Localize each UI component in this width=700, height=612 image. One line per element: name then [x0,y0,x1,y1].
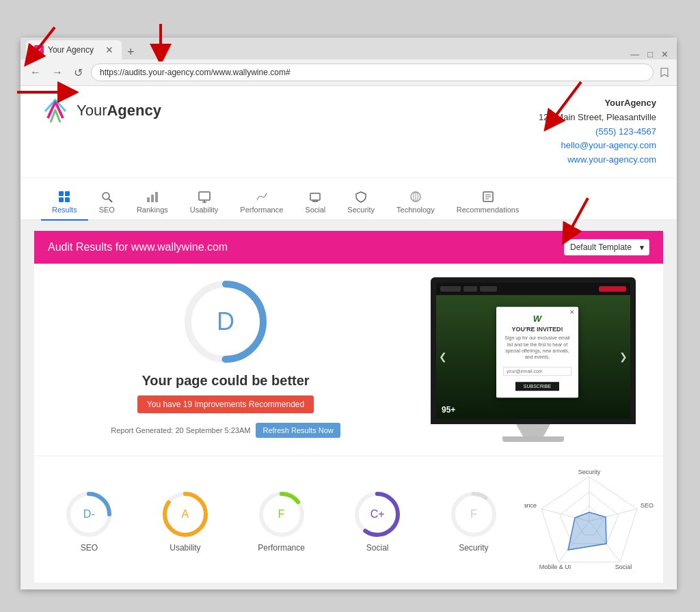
popup-logo: W [503,314,571,324]
social-circle: C+ [353,490,402,539]
tab-seo[interactable]: SEO [88,185,126,221]
recommendations-icon [482,191,494,203]
tab-usability-label: Usability [190,206,219,214]
performance-grade: F [278,508,285,520]
tab-security-label: Security [347,206,375,214]
results-icon [58,191,70,203]
seo-circle: D- [64,490,113,539]
usability-grade: A [182,508,189,520]
security-icon [355,191,367,203]
minimize-btn[interactable]: — [630,49,639,59]
grade-letter: D [217,307,234,336]
score-item-seo: D- SEO [41,490,137,553]
popup-close-icon: ✕ [569,309,575,316]
tab-bar: Y Your Agency ✕ + — □ ✕ [21,38,677,59]
monitor-screen: ❮ ❯ 95+ ✕ [431,277,636,424]
svg-text:Mobile & UI: Mobile & UI [539,564,571,570]
logo-thin: Your [77,102,107,119]
rankings-icon [146,191,159,203]
popup-email-input[interactable] [503,367,571,376]
tab-rankings[interactable]: Rankings [126,185,179,221]
tab-rankings-label: Rankings [137,206,168,214]
security-label: Security [459,543,488,553]
svg-line-12 [109,199,112,202]
popup-title: YOU'RE INVITED! [503,326,571,333]
svg-marker-47 [568,512,606,550]
spider-chart-svg: Security SEO Social Mobile & UI Performa… [524,467,654,576]
svg-text:Performance: Performance [524,502,537,509]
tab-technology-label: Technology [396,206,435,214]
tab-results[interactable]: Results [41,185,88,221]
social-label: Social [366,543,389,553]
monitor-wrapper: ❮ ❯ 95+ ✕ [417,277,649,442]
svg-rect-13 [147,197,150,202]
logo-text: YourAgency [77,102,161,120]
popup-modal: ✕ W YOU'RE INVITED! Sign up for our excl… [496,307,578,398]
tab-technology[interactable]: Technology [386,185,446,221]
security-grade: F [470,508,477,520]
tab-close-btn[interactable]: ✕ [105,44,113,55]
popup-body-text: Sign up for our exclusive email list and… [503,335,571,360]
grade-circle-container: D [181,277,270,366]
usability-icon [198,191,211,203]
svg-point-11 [103,193,109,199]
score-item-performance: F Performance [233,490,329,553]
svg-rect-7 [59,191,64,196]
seo-label: SEO [81,543,98,553]
popup-subscribe-btn[interactable]: SUBSCRIBE [515,382,559,391]
red-arrow-4 [526,75,595,143]
svg-rect-15 [155,192,158,202]
seo-icon [100,191,113,203]
red-arrow-1 [10,20,65,75]
audit-right-panel: ❮ ❯ 95+ ✕ [417,277,649,442]
tab-recommendations-label: Recommendations [457,206,520,214]
performance-circle: F [257,490,306,539]
report-generated-text: Report Generated: 20 September 5:23AM [111,426,250,434]
close-btn[interactable]: ✕ [661,49,669,59]
svg-rect-16 [199,192,210,200]
svg-rect-14 [151,195,154,202]
tab-seo-label: SEO [99,206,115,214]
report-info-row: Report Generated: 20 September 5:23AM Re… [111,423,340,438]
monitor-base [502,436,564,442]
social-grade: C+ [371,508,385,520]
contact-website: www.your-agency.com [539,153,656,167]
maximize-btn[interactable]: □ [647,49,653,59]
tab-performance[interactable]: Performance [229,185,294,221]
tab-recommendations[interactable]: Recommendations [446,185,530,221]
improvements-badge: You have 19 Improvements Recommended [137,395,314,413]
red-arrow-5 [547,191,602,246]
logo-bold: Agency [107,102,161,119]
tab-security[interactable]: Security [336,185,386,221]
tab-performance-label: Performance [240,206,283,214]
bookmark-icon [659,67,670,78]
technology-icon [409,191,422,203]
main-content: Audit Results for www.wallywine.com Defa… [21,221,677,589]
svg-text:Social: Social [615,564,632,570]
audit-tagline: Your page could be better [142,373,309,389]
spider-chart-container: Security SEO Social Mobile & UI Performa… [522,467,656,576]
svg-line-0 [31,27,55,58]
monitor-bottom-text: 95+ [442,405,455,415]
scores-section: D- SEO A Usability [34,456,663,583]
tab-social[interactable]: Social [294,185,336,221]
security-circle: F [449,490,498,539]
slider-right-arrow-icon: ❯ [619,351,628,362]
svg-text:SEO: SEO [641,502,654,509]
red-arrow-3 [10,75,79,109]
audit-left-panel: D Your page could be better You have 19 … [48,277,403,442]
seo-grade: D- [83,508,95,520]
red-arrow-2 [133,20,188,61]
score-item-social: C+ Social [329,490,426,553]
tab-usability[interactable]: Usability [179,185,230,221]
performance-label: Performance [258,543,305,553]
score-item-usability: A Usability [137,490,234,553]
refresh-results-btn[interactable]: Refresh Results Now [256,423,340,438]
slider-left-arrow-icon: ❮ [439,351,447,362]
tab-social-label: Social [305,206,325,214]
social-icon [309,191,321,203]
performance-icon [256,191,268,203]
svg-rect-8 [65,191,70,196]
svg-rect-9 [59,197,64,202]
score-item-security: F Security [426,490,522,553]
